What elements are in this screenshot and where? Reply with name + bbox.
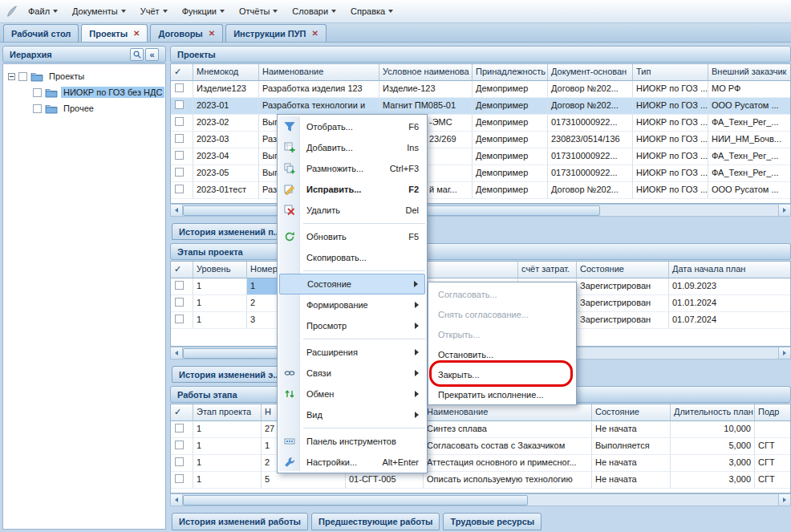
column-header[interactable]: Мнемокод [193,64,259,81]
view-tab[interactable]: Инструкции ПУП✕ [225,24,327,42]
collapse-icon[interactable]: « [145,48,159,61]
column-header[interactable]: Внешний заказчик [708,64,791,81]
column-header[interactable]: ✓ [171,262,193,278]
column-header[interactable]: ✓ [171,64,193,81]
horizontal-scrollbar[interactable] [170,204,791,217]
tree-checkbox[interactable] [18,72,27,81]
context-menu-item[interactable]: Отобрать...F6 [279,116,425,137]
tree-item[interactable]: Прочее [3,100,165,116]
column-header[interactable]: ✓ [171,404,193,421]
column-header[interactable]: Документ-основан [548,64,633,81]
context-menu-item[interactable]: Обмен [279,384,425,404]
column-header[interactable]: Этап проекта [193,404,262,421]
context-menu-item[interactable]: Состояние [279,274,425,294]
row-checkbox[interactable] [175,83,184,92]
column-header[interactable]: Наименование [259,64,379,81]
tree-checkbox[interactable] [33,88,42,97]
find-icon[interactable] [130,48,144,61]
close-icon[interactable]: ✕ [311,30,318,38]
table-row[interactable]: 1501-СГТ-005Описать используемую техноло… [171,472,790,489]
table-row[interactable]: 2023-01тестРазрй маг...ДемопримерДоговор… [171,182,790,199]
row-checkbox[interactable] [175,117,184,126]
column-header[interactable]: Уровень [193,262,247,278]
view-tab[interactable]: Договоры✕ [150,24,223,42]
context-menu-item[interactable]: Связи [279,363,425,384]
row-checkbox[interactable] [175,185,184,193]
row-checkbox[interactable] [175,315,184,323]
context-menu-item[interactable]: Исправить...F2 [279,179,425,200]
close-icon[interactable]: ✕ [209,30,215,38]
tree-item[interactable]: НИОКР по ГОЗ без НДС [3,84,165,100]
scroll-left-arrow[interactable] [171,347,183,359]
scroll-thumb[interactable] [183,495,528,506]
horizontal-scrollbar[interactable] [170,493,791,506]
context-menu-item[interactable]: Размножить...Ctrl+F3 [279,158,425,179]
table-row[interactable]: 2023-05ВыпДемопример017310000922...НИОКР… [171,165,790,182]
menubar-item[interactable]: Учёт [133,0,175,22]
menubar-item[interactable]: Функции [175,0,232,22]
column-header[interactable]: Подр [755,404,791,421]
context-menu-item[interactable]: Расширения [279,342,425,363]
table-row[interactable]: 2023-03Разр23/269Демопример230823/0514/1… [171,132,790,148]
column-header[interactable]: Тип [633,64,708,81]
context-menu-item[interactable]: ОбновитьF5 [279,226,425,247]
table-row[interactable]: 2023-02Вып-ЭМСДемопример017310000922...Н… [171,115,790,132]
menubar-item[interactable]: Документы [65,0,133,22]
table-row[interactable]: Изделие123Разработка изделия 123Изделие-… [171,81,790,98]
column-header[interactable]: Состояние [577,262,669,278]
view-tab[interactable]: Рабочий стол [3,24,79,42]
context-menu-item[interactable]: Формирование [279,294,425,315]
tab-history-stage[interactable]: История изменений э... [172,366,292,383]
tree-item[interactable]: Проекты [3,68,165,84]
row-checkbox[interactable] [175,474,184,483]
row-checkbox[interactable] [175,151,184,160]
context-menu-item[interactable]: Вид [279,404,425,425]
table-row[interactable]: 127Синтез сплаваНе начата10,000 [171,421,790,438]
table-row[interactable]: 2023-04ВыпДемопример017310000922...НИОКР… [171,148,790,165]
column-header[interactable]: счёт затрат. [518,262,577,278]
row-checkbox[interactable] [175,281,184,290]
bottom-tab[interactable]: Предшествующие работы [311,513,440,530]
row-checkbox[interactable] [175,298,184,307]
tab-history-project[interactable]: История изменений п... [172,223,292,240]
row-checkbox[interactable] [175,100,184,109]
bottom-tab[interactable]: История изменений работы [172,513,308,530]
context-menu-item[interactable]: УдалитьDel [279,200,425,221]
scroll-right-arrow[interactable] [778,494,790,506]
scroll-left-arrow[interactable] [171,205,183,216]
context-menu-item[interactable]: Настройки...Alt+Enter [279,452,425,473]
row-checkbox[interactable] [175,457,184,466]
bottom-tab[interactable]: Трудовые ресурсы [443,513,542,530]
column-header[interactable]: Дата начала план [669,262,791,278]
close-icon[interactable]: ✕ [133,30,140,38]
table-row[interactable]: 12Аттестация основного и примесног...Не … [171,455,790,472]
row-checkbox[interactable] [175,424,184,433]
menubar-item[interactable]: Отчёты [232,0,285,22]
row-checkbox[interactable] [175,168,184,177]
submenu-item[interactable]: Остановить... [430,344,574,364]
submenu-item[interactable]: Закрыть... [430,364,574,384]
column-header[interactable]: Наименование [424,404,592,421]
menubar-item[interactable]: Справка [343,0,400,22]
context-menu-item[interactable]: Просмотр [279,315,425,336]
scroll-left-arrow[interactable] [171,494,183,506]
submenu-item[interactable]: Прекратить исполнение... [430,384,574,404]
column-header[interactable]: Принадлежность [473,64,548,81]
column-header[interactable]: Условное наименова [379,64,473,81]
context-menu-item[interactable]: Скопировать... [279,247,425,268]
scroll-right-arrow[interactable] [778,347,790,359]
tree-checkbox[interactable] [33,104,42,113]
context-menu-item[interactable]: Панель инструментов [279,431,425,452]
menubar-item[interactable]: Словари [285,0,343,22]
menubar-item[interactable]: Файл [21,0,65,22]
tree-expander-icon[interactable] [8,73,15,80]
table-row[interactable]: 11Согласовать состав с ЗаказчикомВыполня… [171,438,790,455]
column-header[interactable]: Состояние [592,404,671,421]
scroll-right-arrow[interactable] [778,205,790,216]
row-checkbox[interactable] [175,134,184,143]
context-menu-item[interactable]: Добавить...Ins [279,137,425,158]
column-header[interactable]: Длительность план ▼ [671,404,755,421]
row-checkbox[interactable] [175,441,184,449]
view-tab[interactable]: Проекты✕ [81,24,148,42]
table-row[interactable]: 2023-01Разработка технологии иМагнит ПМ0… [171,98,790,115]
